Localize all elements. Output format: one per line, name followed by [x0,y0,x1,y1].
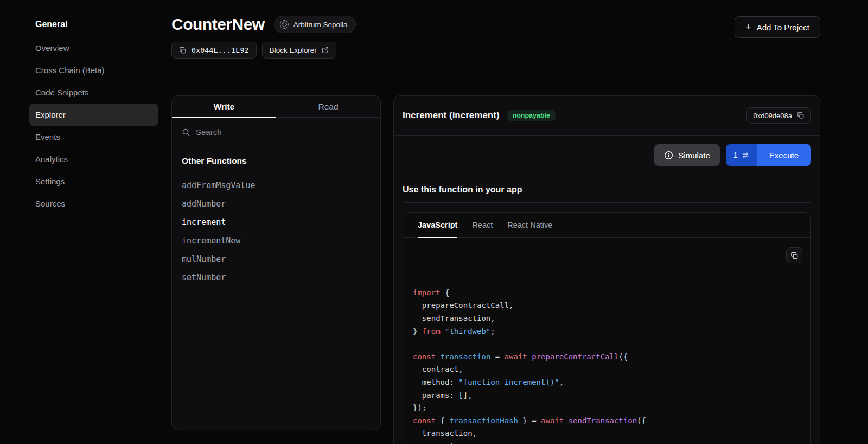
tab-read[interactable]: Read [276,96,380,117]
execute-button[interactable]: Execute [757,144,811,166]
sidebar-section-label: General [35,20,171,29]
function-item-mulnumber[interactable]: mulNumber [182,250,371,268]
function-item-incrementnew[interactable]: incrementNew [182,231,371,250]
sidebar-item-sources[interactable]: Sources [29,192,158,215]
main-content: + Add To Project CounterNew Arbitrum Sep… [171,0,820,444]
header-divider [171,76,820,76]
functions-panel: WriteRead Other Functions addFromMsgValu… [171,95,381,430]
function-item-addfrommsgvalue[interactable]: addFromMsgValue [182,176,371,195]
network-badge-label: Arbitrum Sepolia [293,21,348,29]
sidebar-item-settings[interactable]: Settings [29,170,158,192]
code-block: import { prepareContractCall, sendTransa… [403,238,810,444]
code-line: params: [], [413,389,801,402]
plus-icon: + [745,22,751,32]
function-detail-panel: Increment (increment) nonpayable 0xd09de… [393,95,820,444]
mutability-badge: nonpayable [507,110,556,121]
network-icon [280,20,289,29]
sidebar-item-cross-chain-beta[interactable]: Cross Chain (Beta) [29,59,158,81]
function-item-addnumber[interactable]: addNumber [182,195,371,213]
code-line: account, [413,440,801,444]
functions-list: addFromMsgValueaddNumberincrementincreme… [182,176,371,287]
code-line: method: "function increment()", [413,376,801,389]
add-to-project-button[interactable]: + Add To Project [735,16,820,38]
page-title: CounterNew [171,15,265,34]
tab-javascript[interactable]: JavaScript [418,213,457,237]
tab-react-native[interactable]: React Native [507,213,552,237]
network-badge: Arbitrum Sepolia [274,16,356,33]
execute-count: 1 [733,151,738,159]
function-selector-button[interactable]: 0xd09de08a [746,107,811,124]
search-icon [182,128,190,137]
execute-label: Execute [769,151,799,160]
code-line: sendTransaction, [413,312,801,325]
code-line: const transaction = await prepareContrac… [413,351,801,364]
add-to-project-label: Add To Project [757,23,809,32]
functions-group-label: Other Functions [182,156,371,172]
swap-arrows-icon [742,152,749,159]
page-header: CounterNew Arbitrum Sepolia [171,15,820,34]
code-tabs: JavaScriptReactReact Native [403,213,810,238]
sidebar-item-code-snippets[interactable]: Code Snippets [29,81,158,104]
code-line: contract, [413,363,801,376]
functions-tabs: WriteRead [172,96,380,118]
sidebar-item-events[interactable]: Events [29,126,158,148]
contract-meta-row: 0x044E...1E92 Block Explorer [171,42,820,59]
tab-react[interactable]: React [472,213,493,237]
code-panel: JavaScriptReactReact Native import { pre… [403,212,811,444]
tab-write[interactable]: Write [172,96,276,117]
copy-code-button[interactable] [786,247,802,263]
code-line: }); [413,402,801,415]
sidebar: General OverviewCross Chain (Beta)Code S… [0,0,171,444]
code-line: prepareContractCall, [413,299,801,312]
code-line: const { transactionHash } = await sendTr… [413,415,801,428]
usage-divider [403,202,811,203]
info-icon [664,151,673,160]
copy-icon [790,252,799,260]
block-explorer-button[interactable]: Block Explorer [262,42,336,59]
code-line: } from "thirdweb"; [413,325,801,338]
block-explorer-label: Block Explorer [270,46,317,54]
sidebar-item-analytics[interactable]: Analytics [29,148,158,170]
execute-split-button: 1 Execute [726,144,811,166]
action-row: Simulate 1 Execute [394,136,820,166]
code-line: import { [413,287,801,300]
function-title: Increment (increment) [403,110,500,121]
function-detail-header: Increment (increment) nonpayable 0xd09de… [394,96,820,136]
code-line: transaction, [413,427,801,440]
contract-address-button[interactable]: 0x044E...1E92 [171,42,257,59]
function-item-increment[interactable]: increment [182,213,371,231]
copy-icon [179,47,187,54]
code-lines: import { prepareContractCall, sendTransa… [413,287,801,444]
function-search [172,118,380,146]
sidebar-nav: OverviewCross Chain (Beta)Code SnippetsE… [0,37,171,215]
simulate-button[interactable]: Simulate [654,144,719,166]
search-input[interactable] [196,127,371,137]
usage-heading: Use this function in your app [403,185,811,195]
copy-icon [797,112,805,119]
simulate-label: Simulate [678,151,710,160]
external-link-icon [322,47,329,54]
sidebar-item-explorer[interactable]: Explorer [29,104,158,126]
code-line [413,338,801,351]
functions-content: Other Functions addFromMsgValueaddNumber… [172,146,380,297]
function-selector-label: 0xd09de08a [753,112,792,120]
sidebar-item-overview[interactable]: Overview [29,37,158,59]
contract-address-label: 0x044E...1E92 [192,46,249,54]
execute-count-button[interactable]: 1 [726,144,757,166]
function-item-setnumber[interactable]: setNumber [182,268,371,287]
